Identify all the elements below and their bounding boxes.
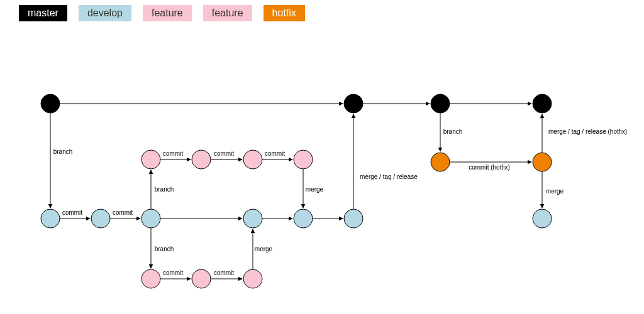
- node-develop: [344, 209, 363, 228]
- node-feature: [142, 269, 160, 288]
- edge-label: branch: [155, 246, 174, 252]
- node-feature: [243, 150, 262, 169]
- node-develop: [533, 209, 552, 228]
- edge-label: commit: [113, 209, 133, 216]
- edge-label: branch: [443, 128, 463, 135]
- edge-label: commit: [214, 150, 234, 157]
- edge-label: commit: [163, 150, 183, 157]
- edge-label: commit (hotfix): [469, 164, 510, 171]
- node-develop: [243, 209, 262, 228]
- edge-label: commit: [163, 269, 183, 276]
- edge-label: merge: [306, 186, 324, 193]
- node-feature: [192, 150, 211, 169]
- node-feature: [243, 269, 262, 288]
- node-hotfix: [533, 153, 552, 171]
- node-hotfix: [431, 153, 450, 171]
- edge-label: merge: [255, 246, 273, 252]
- node-feature: [294, 150, 313, 169]
- edge-label: commit: [214, 269, 234, 276]
- node-develop: [294, 209, 313, 228]
- edge-label: branch: [53, 148, 73, 155]
- node-master: [533, 94, 552, 113]
- node-feature: [142, 150, 160, 169]
- node-master: [431, 94, 450, 113]
- edge-label: commit: [265, 150, 285, 157]
- edge-label: merge / tag / release (hotfix): [548, 128, 627, 135]
- node-develop: [41, 209, 60, 228]
- node-master: [344, 94, 363, 113]
- gitflow-diagram: masterdevelopfeaturefeaturehotfix branch…: [0, 0, 644, 314]
- edge-label: commit: [62, 209, 82, 216]
- edge-label: merge / tag / release: [360, 173, 418, 180]
- diagram-svg: branchcommitcommitbranchcommitcommitcomm…: [0, 0, 644, 314]
- node-feature: [192, 269, 211, 288]
- node-develop: [142, 209, 160, 228]
- edge-label: merge: [546, 188, 564, 195]
- edge-label: branch: [155, 186, 174, 193]
- node-master: [41, 94, 60, 113]
- node-develop: [91, 209, 110, 228]
